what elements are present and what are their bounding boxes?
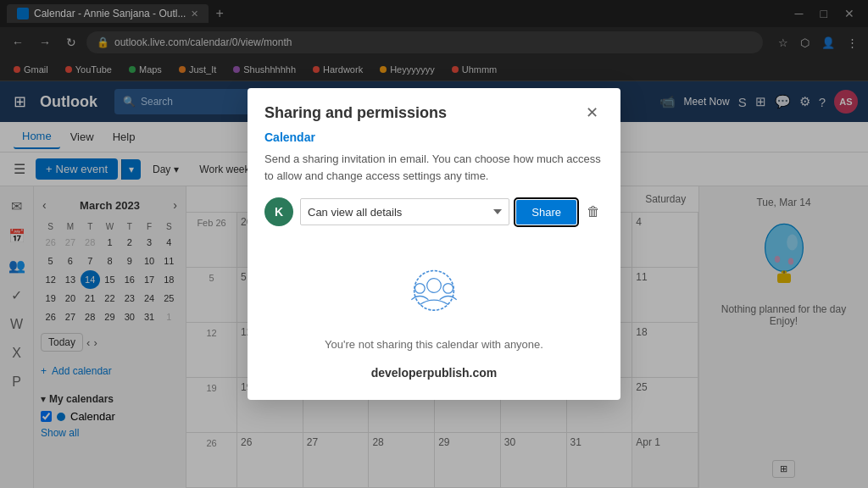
sharing-permissions-modal: Sharing and permissions ✕ Calendar Send … — [248, 88, 620, 400]
empty-sharing-state: You're not sharing this calendar with an… — [264, 243, 604, 359]
modal-body: Calendar Send a sharing invitation in em… — [248, 130, 620, 400]
modal-description: Send a sharing invitation in email. You … — [264, 151, 604, 184]
delete-button[interactable]: 🗑 — [583, 202, 604, 221]
modal-calendar-label: Calendar — [264, 130, 604, 144]
empty-state-illustration — [392, 260, 476, 328]
svg-point-13 — [443, 284, 453, 294]
modal-close-button[interactable]: ✕ — [581, 102, 604, 124]
svg-point-12 — [415, 284, 426, 294]
user-initial-avatar: K — [264, 197, 293, 226]
modal-overlay: Sharing and permissions ✕ Calendar Send … — [0, 0, 868, 488]
share-button[interactable]: Share — [516, 200, 576, 225]
watermark-text: developerpublish.com — [264, 359, 604, 383]
modal-title: Sharing and permissions — [264, 104, 447, 122]
empty-sharing-text: You're not sharing this calendar with an… — [325, 338, 543, 351]
svg-point-11 — [427, 279, 442, 293]
permission-select[interactable]: Can view all details Can edit Can view t… — [300, 198, 509, 225]
modal-header: Sharing and permissions ✕ — [248, 88, 620, 130]
share-row: K Can view all details Can edit Can view… — [264, 197, 604, 226]
